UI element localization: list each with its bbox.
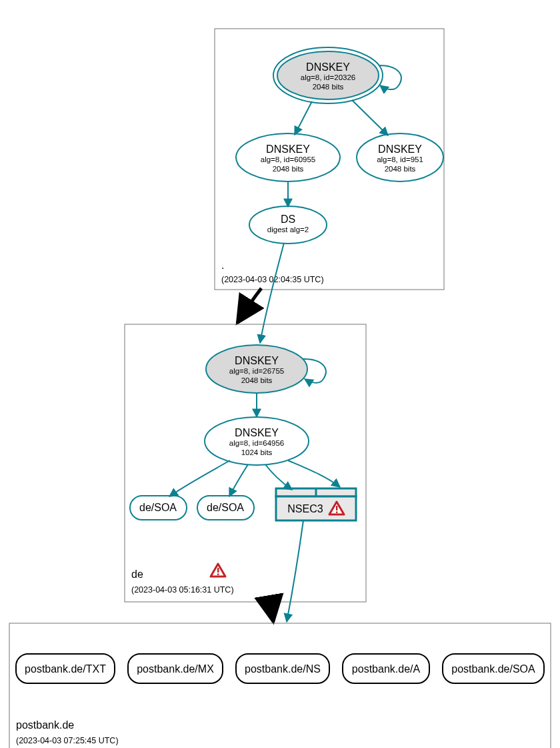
de-ksk-title: DNSKEY <box>235 355 279 366</box>
svg-rect-16 <box>336 506 337 510</box>
root-zsk2-sub2: 2048 bits <box>385 165 416 173</box>
zone-root: . (2023-04-03 02:04:35 UTC) DNSKEY alg=8… <box>215 29 444 290</box>
root-ds-title: DS <box>281 214 295 225</box>
root-zsk1-node: DNSKEY alg=8, id=60955 2048 bits <box>236 133 340 181</box>
de-zsk-node: DNSKEY alg=8, id=64956 1024 bits <box>205 417 309 465</box>
de-zsk-sub2: 1024 bits <box>241 448 273 456</box>
edge-de-zsk-nsec3a <box>265 464 292 490</box>
svg-rect-17 <box>336 512 337 513</box>
de-nsec3-label: NSEC3 <box>287 503 323 514</box>
leaf-record-soa: postbank.de/SOA <box>443 654 544 683</box>
edge-de-nsec3-to-leaf <box>287 520 303 622</box>
root-zone-timestamp: (2023-04-03 02:04:35 UTC) <box>221 275 324 284</box>
edge-root-ksk-zsk2 <box>352 100 388 135</box>
svg-point-5 <box>249 206 327 244</box>
root-ksk-sub1: alg=8, id=20326 <box>301 73 356 81</box>
svg-rect-18 <box>9 623 551 748</box>
edge-de-zsk-soa1 <box>169 460 230 496</box>
de-nsec3-node: NSEC3 <box>276 488 356 520</box>
root-zsk2-title: DNSKEY <box>378 143 422 155</box>
leaf-record-label: postbank.de/SOA <box>451 663 535 675</box>
zone-de: de (2023-04-03 05:16:31 UTC) DNSKEY alg=… <box>125 324 366 602</box>
de-zone-timestamp: (2023-04-03 05:16:31 UTC) <box>131 585 234 595</box>
leaf-zone-timestamp: (2023-04-03 07:25:45 UTC) <box>16 736 119 745</box>
root-zone-label: . <box>221 260 224 271</box>
root-ds-node: DS digest alg=2 <box>249 206 327 244</box>
edge-root-ds-to-de-ksk <box>260 243 284 343</box>
leaf-record-label: postbank.de/A <box>352 663 421 675</box>
de-ksk-node: DNSKEY alg=8, id=26755 2048 bits <box>206 345 307 393</box>
de-soa2-label: de/SOA <box>207 502 244 513</box>
root-ksk-node: DNSKEY alg=8, id=20326 2048 bits <box>273 47 383 103</box>
leaf-record-label: postbank.de/TXT <box>25 663 106 675</box>
root-zsk2-node: DNSKEY alg=8, id=951 2048 bits <box>357 133 443 181</box>
svg-rect-8 <box>217 574 219 575</box>
leaf-record-a: postbank.de/A <box>343 654 429 683</box>
de-ksk-sub1: alg=8, id=26755 <box>229 367 285 375</box>
root-ksk-title: DNSKEY <box>306 61 350 73</box>
zone-leaf: postbank.de (2023-04-03 07:25:45 UTC) po… <box>9 623 551 748</box>
leaf-record-ns: postbank.de/NS <box>236 654 329 683</box>
leaf-record-mx: postbank.de/MX <box>128 654 223 683</box>
warning-icon <box>211 564 225 577</box>
svg-rect-7 <box>217 568 219 573</box>
de-zone-label: de <box>131 569 143 580</box>
root-zsk1-title: DNSKEY <box>266 143 310 155</box>
root-zsk1-sub2: 2048 bits <box>273 165 304 173</box>
de-soa2-node: de/SOA <box>197 496 254 520</box>
de-zsk-title: DNSKEY <box>235 427 279 438</box>
root-zsk1-sub1: alg=8, id=60955 <box>261 155 316 163</box>
edge-de-zsk-soa2 <box>229 464 248 496</box>
edge-de-zsk-nsec3b <box>288 460 340 487</box>
de-ksk-sub2: 2048 bits <box>241 376 273 384</box>
de-zsk-sub1: alg=8, id=64956 <box>229 439 285 447</box>
edge-de-to-leaf-box <box>269 601 273 622</box>
root-ds-sub1: digest alg=2 <box>267 226 309 234</box>
leaf-zone-label: postbank.de <box>16 719 74 731</box>
edge-root-ksk-zsk1 <box>295 101 312 135</box>
leaf-record-txt: postbank.de/TXT <box>16 654 115 683</box>
edge-root-to-de-box <box>237 288 261 323</box>
leaf-record-label: postbank.de/MX <box>137 663 214 675</box>
leaf-record-label: postbank.de/NS <box>245 663 321 675</box>
de-soa1-label: de/SOA <box>139 502 177 513</box>
root-zsk2-sub1: alg=8, id=951 <box>377 155 423 163</box>
root-ksk-sub2: 2048 bits <box>313 83 344 91</box>
de-soa1-node: de/SOA <box>130 496 187 520</box>
